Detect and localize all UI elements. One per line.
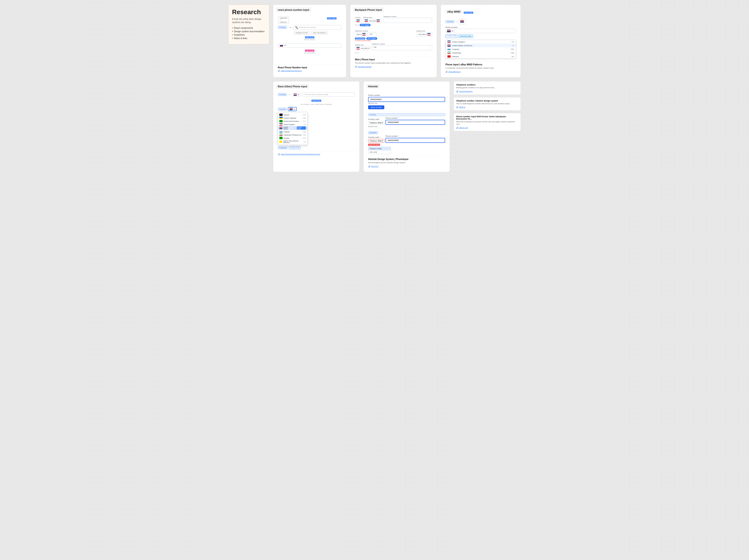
react-phone-title: react-phone-number-input bbox=[276, 7, 311, 12]
input-most-pink-badge: Input most bbox=[305, 49, 314, 52]
uy-flag-dd bbox=[447, 48, 451, 50]
helsinki-helper1: Assistive text bbox=[368, 102, 445, 104]
us-flag2 bbox=[447, 30, 451, 32]
ebay-phone-input[interactable] bbox=[455, 30, 516, 32]
helsinki-phone-input3[interactable] bbox=[385, 138, 445, 143]
sidebar-item-notes[interactable]: Notes & links bbox=[232, 37, 265, 40]
uber-vu-row[interactable]: Vanuatu +678 bbox=[278, 136, 307, 139]
bp-country-select[interactable] bbox=[355, 19, 361, 23]
sidebar-item-guidelines[interactable]: Guidelines bbox=[232, 34, 265, 36]
link-icon7: 🔗 bbox=[456, 106, 458, 108]
uber-uz-row[interactable]: Uzbekistan (Ўзбекистон) +998 bbox=[278, 133, 307, 136]
helsinki-disabled-label: Disabled bbox=[368, 131, 378, 134]
bp-tel-input3[interactable]: +44 bbox=[372, 45, 432, 50]
right-card-3-title: Phone number input field format: better-… bbox=[456, 115, 518, 120]
uber-country-dropdown: Uganda +256 Ukraine (Україна) +380 Unite… bbox=[278, 112, 307, 145]
helsinki-country-select1[interactable]: Finland (+358) ▾ bbox=[368, 121, 385, 125]
ebay-link-url[interactable]: 🔗 ebay.gitbook.io bbox=[445, 71, 516, 73]
dropdown-vn[interactable]: Vietnam +8x bbox=[446, 55, 516, 58]
bp-dial-label: Dialing code bbox=[363, 17, 381, 18]
right-card-1-title: Telephone numbers bbox=[456, 84, 518, 86]
right-card-3-url[interactable]: 🔗 github.com bbox=[456, 127, 518, 129]
us-flag-uber3 bbox=[279, 127, 282, 129]
link-icon3: 🔗 bbox=[445, 71, 448, 73]
page-layout: Research A look into what other design s… bbox=[228, 5, 521, 172]
dropdown-us[interactable]: United States of America +1 bbox=[446, 44, 516, 47]
sidebar: Research A look into what other design s… bbox=[228, 5, 269, 44]
right-card-2-desc: This is a draft telephone number where t… bbox=[456, 103, 518, 105]
bp-tel-label3: Telephone number bbox=[372, 43, 432, 45]
input-mask-badge: input mask bbox=[327, 17, 337, 19]
right-card-1-url[interactable]: 🔗 formtopia.design bbox=[456, 90, 518, 92]
helsinki-dd-option2[interactable]: UK (+44) bbox=[368, 150, 391, 154]
backpack-link-title: Web | Phone Input bbox=[355, 58, 432, 61]
bp-tel-input[interactable] bbox=[383, 18, 432, 23]
helsinki-country-select2[interactable]: Finland (+358) ▾ bbox=[368, 139, 385, 143]
react-link-url[interactable]: 🔗 catamphetamine.github.io bbox=[278, 70, 342, 72]
rtl-toggle-1[interactable]: RTL Toggle bbox=[360, 24, 370, 26]
uber-link-url[interactable]: 🔗 https://baseweb.design/components/phon… bbox=[278, 153, 355, 155]
uber-us-row[interactable]: United States +1 Hover state bbox=[278, 126, 307, 130]
uber-phone-input[interactable]: The text found in phone fields bbox=[302, 92, 355, 97]
us-flag-uber bbox=[294, 93, 297, 96]
dropdown-gb[interactable]: United Kingdom +44 bbox=[446, 40, 516, 44]
helsinki-phone-label3: Phone number * bbox=[385, 135, 445, 137]
helsinki-basic-btn[interactable]: Basic tel field bbox=[368, 105, 384, 109]
link-icon6: 🔗 bbox=[456, 90, 458, 92]
uy-flag-uber bbox=[279, 130, 283, 133]
gb-flag3 bbox=[377, 20, 380, 22]
helsinki-dd-option1[interactable]: Finland (+358) bbox=[368, 147, 391, 150]
vn-flag-dd bbox=[447, 55, 451, 58]
bp-tel-input2[interactable]: +44 bbox=[368, 32, 377, 36]
bp-dial-select3[interactable]: +44 (UK) ▾ bbox=[416, 32, 432, 36]
ebay-phone-label: Phone number bbox=[445, 26, 516, 28]
us-flag-dd bbox=[447, 44, 451, 47]
uber-input-mock-badge: Input Mock bbox=[312, 100, 321, 102]
link-icon: 🔗 bbox=[278, 70, 280, 72]
input-most-badge: Input most bbox=[305, 36, 314, 38]
helsinki-phone-label1: Phone number bbox=[368, 94, 445, 96]
right-card-1-desc: Entering phone numbers in an easy and er… bbox=[456, 87, 518, 89]
ebay-link-desc: A composite component first shown for ph… bbox=[445, 67, 516, 69]
helsinki-link-url[interactable]: 🔗 hds.hel.fi bbox=[368, 165, 445, 167]
enter-phone-placeholder: Enter phone number bbox=[299, 26, 316, 28]
dropdown-uz[interactable]: Uzbekistan +998 bbox=[446, 51, 516, 55]
uber-ua-row[interactable]: Ukraine (Україна) +380 bbox=[278, 116, 307, 120]
bp-country-label: Country bbox=[355, 17, 361, 18]
uber-ae-row[interactable]: United Arab Emirates... +971 bbox=[278, 120, 307, 123]
selected-state-badge: Selected state bbox=[368, 144, 380, 146]
uber-uy-row[interactable]: Uruguay +598 bbox=[278, 130, 307, 133]
rtl-toggle-2[interactable]: RTL Toggle bbox=[366, 37, 377, 40]
right-card-1: Telephone numbers Entering phone numbers… bbox=[454, 81, 521, 95]
sidebar-title: Research bbox=[232, 8, 265, 16]
us-flag bbox=[460, 20, 464, 23]
backpack-card: Backpack Phone input Country bbox=[350, 5, 437, 78]
uber-country-code-badge: Country code bbox=[289, 146, 301, 149]
backpack-link-url[interactable]: 🔗 backpack.design bbox=[355, 66, 432, 68]
bp-code-select[interactable]: +44 (UK) ▾ bbox=[355, 46, 371, 50]
with-annotations-note: with annotations bbox=[311, 31, 328, 35]
helsinki-link-title: Helsinki Design System | PhoneInput bbox=[368, 158, 445, 160]
ebay-country-label: Country bbox=[445, 20, 454, 23]
uber-gb-row[interactable]: United Kingdom +44 bbox=[278, 123, 307, 126]
uber-validate-label: with validate, code, subset without vali… bbox=[278, 104, 355, 105]
helsinki-phone-input1[interactable] bbox=[368, 97, 445, 102]
sidebar-subtitle: A look into what other design systems ar… bbox=[232, 18, 265, 24]
right-card-2-url[interactable]: 🔗 gitlab.io bbox=[456, 106, 518, 108]
dropdown-uy[interactable]: Uruguay +598 bbox=[446, 47, 516, 51]
uber-va-row[interactable]: Vatican City (Città del Vaticano) +39 bbox=[278, 139, 307, 144]
country-code-note: Country code bbox=[445, 35, 457, 38]
uber-ug-row[interactable]: Uganda +256 bbox=[278, 113, 307, 116]
helsinki-phone-input2[interactable] bbox=[385, 120, 445, 125]
sidebar-item-design[interactable]: Design system documentation bbox=[232, 30, 265, 33]
gb-flag bbox=[357, 20, 360, 22]
helsinki-disabled-group: Disabled Country code * Finland (+358) ▾ bbox=[368, 131, 445, 154]
gb-flag5 bbox=[427, 33, 430, 36]
gb-flag-dd bbox=[447, 41, 451, 43]
sidebar-item-react[interactable]: React components bbox=[232, 27, 265, 29]
ebay-link-title: Phone Input | eBay MIND Patterns bbox=[445, 63, 516, 66]
uz-flag-uber bbox=[279, 134, 283, 136]
helsinki-country-code-label2: Country code * bbox=[368, 136, 385, 138]
bp-dial-select2[interactable]: (UK) ▾ bbox=[355, 32, 367, 36]
bp-dial-select[interactable]: +44 (UK) bbox=[363, 19, 381, 23]
